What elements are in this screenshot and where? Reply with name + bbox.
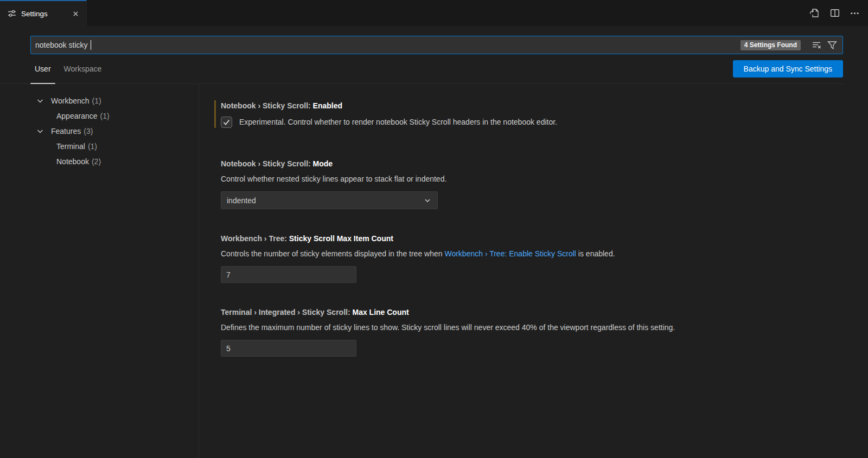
- toc-count: (1): [92, 96, 101, 105]
- setting-description: Control whether nested sticky lines appe…: [221, 174, 846, 184]
- filter-icon[interactable]: [826, 40, 838, 51]
- selected-option: indented: [227, 196, 256, 205]
- setting-description: Defines the maximum number of sticky lin…: [221, 322, 846, 333]
- tab-title: Settings: [21, 10, 48, 18]
- enabled-checkbox[interactable]: [221, 117, 232, 128]
- setting-title: Workbench › Tree: Sticky Scroll Max Item…: [221, 233, 846, 244]
- toc-item-appearance[interactable]: Appearance (1): [0, 108, 199, 124]
- toc-item-workbench[interactable]: Workbench (1): [0, 93, 199, 108]
- toc-count: (3): [84, 127, 93, 136]
- toc-label: Features: [51, 127, 81, 136]
- tab-workspace[interactable]: Workspace: [60, 54, 106, 83]
- toc-label: Appearance: [56, 112, 98, 120]
- tab-user[interactable]: User: [30, 54, 55, 83]
- settings-toc: Workbench (1) Appearance (1) Features (3…: [0, 84, 199, 458]
- enable-sticky-scroll-link[interactable]: Workbench › Tree: Enable Sticky Scroll: [444, 249, 576, 258]
- editor-tabbar: Settings: [0, 0, 868, 26]
- settings-search-input[interactable]: notebook sticky 4 Settings Found: [30, 36, 843, 54]
- settings-list: Notebook › Sticky Scroll: Enabled Experi…: [199, 84, 868, 458]
- toc-label: Notebook: [56, 157, 89, 166]
- setting-description: Controls the number of sticky elements d…: [221, 249, 846, 259]
- settings-sliders-icon: [8, 9, 16, 18]
- toc-item-terminal[interactable]: Terminal (1): [0, 139, 199, 154]
- toc-item-notebook[interactable]: Notebook (2): [0, 154, 199, 169]
- max-item-count-input[interactable]: [221, 266, 356, 283]
- split-editor-icon[interactable]: [830, 8, 840, 18]
- toc-label: Terminal: [56, 142, 85, 151]
- setting-tree-sticky-scroll-max-item-count: Workbench › Tree: Sticky Scroll Max Item…: [214, 233, 846, 283]
- setting-notebook-sticky-scroll-mode: Notebook › Sticky Scroll: Mode Control w…: [214, 158, 846, 209]
- toc-count: (2): [92, 157, 101, 166]
- chevron-down-icon: [423, 196, 432, 205]
- tab-settings[interactable]: Settings: [0, 0, 87, 26]
- editor-actions: [809, 0, 859, 26]
- chevron-down-icon[interactable]: [36, 96, 44, 105]
- setting-notebook-sticky-scroll-enabled: Notebook › Sticky Scroll: Enabled Experi…: [214, 100, 846, 128]
- setting-title: Notebook › Sticky Scroll: Mode: [221, 158, 846, 169]
- backup-sync-button[interactable]: Backup and Sync Settings: [733, 60, 843, 78]
- close-icon[interactable]: [71, 9, 81, 19]
- chevron-down-icon[interactable]: [36, 127, 44, 136]
- toc-count: (1): [88, 142, 97, 151]
- toc-count: (1): [100, 112, 110, 120]
- toc-item-features[interactable]: Features (3): [0, 124, 199, 139]
- settings-body: Workbench (1) Appearance (1) Features (3…: [0, 84, 868, 458]
- max-line-count-input[interactable]: [221, 340, 356, 357]
- text-caret: [91, 40, 92, 50]
- open-settings-json-icon[interactable]: [809, 8, 820, 18]
- toc-label: Workbench: [51, 96, 90, 105]
- setting-description: Experimental. Control whether to render …: [239, 117, 557, 127]
- results-count-badge: 4 Settings Found: [741, 40, 801, 50]
- search-row: notebook sticky 4 Settings Found: [0, 26, 868, 54]
- setting-title: Terminal › Integrated › Sticky Scroll: M…: [221, 307, 846, 318]
- setting-terminal-sticky-scroll-max-line-count: Terminal › Integrated › Sticky Scroll: M…: [214, 307, 846, 357]
- setting-title: Notebook › Sticky Scroll: Enabled: [221, 100, 846, 111]
- clear-filters-icon[interactable]: [811, 40, 822, 50]
- settings-header-row: User Workspace Backup and Sync Settings: [0, 54, 843, 84]
- search-query-text: notebook sticky: [35, 41, 88, 49]
- mode-select-dropdown[interactable]: indented: [221, 191, 438, 209]
- more-actions-icon[interactable]: [850, 9, 859, 18]
